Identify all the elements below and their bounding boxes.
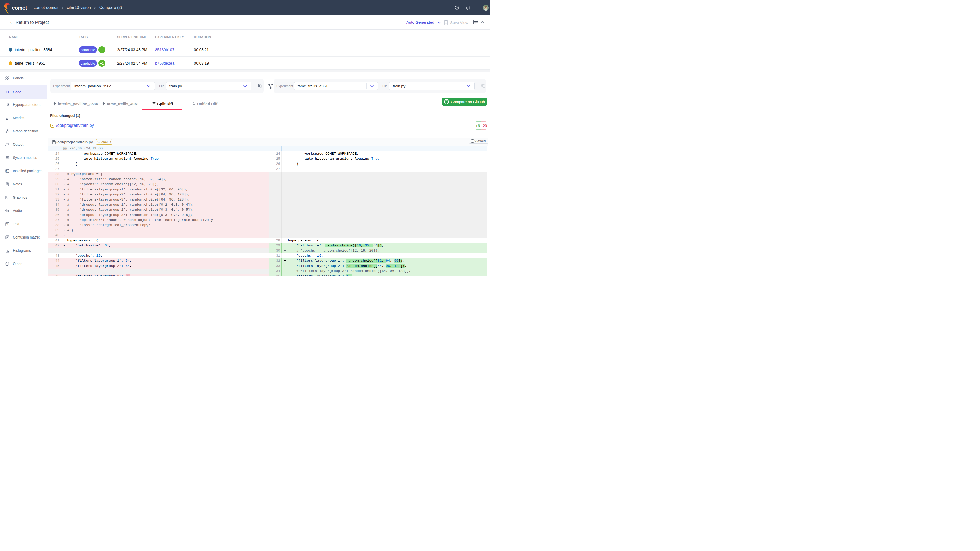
- svg-text:Tt: Tt: [6, 223, 8, 225]
- svg-text:Py: Py: [6, 170, 9, 172]
